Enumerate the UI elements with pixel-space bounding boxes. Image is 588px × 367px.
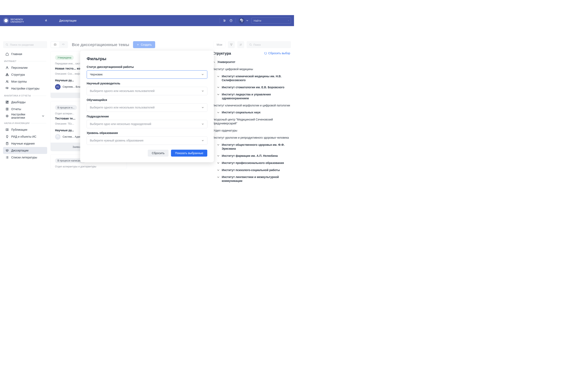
journal-icon bbox=[6, 142, 9, 145]
reset-icon bbox=[264, 52, 267, 55]
sidebar-item-label: Персоналии bbox=[11, 66, 27, 69]
tree-item[interactable]: Отдел ординатуры bbox=[212, 127, 291, 134]
sidebar-item-reports[interactable]: Отчеты bbox=[3, 106, 47, 113]
avatar bbox=[239, 18, 245, 24]
tree-item[interactable]: Ресурсный центр "Медицинский Сеченовский… bbox=[212, 116, 291, 127]
tree-item[interactable]: Институт лидерства и управления здравоох… bbox=[212, 91, 291, 102]
select-placeholder: Выберите одного или нескольких пользоват… bbox=[90, 106, 155, 109]
chevron-down-icon bbox=[217, 154, 220, 157]
sidebar-item-structure-settings[interactable]: Настройки структуры bbox=[3, 85, 47, 92]
tree-item[interactable]: Университет bbox=[212, 58, 291, 66]
status-badge: Утверждена bbox=[55, 55, 74, 60]
svg-point-12 bbox=[8, 81, 8, 81]
sidebar-item-bib[interactable]: Списки литературы bbox=[3, 154, 47, 161]
chevron-down-icon bbox=[201, 106, 204, 109]
sidebar-item-my-groups[interactable]: Мои группы bbox=[3, 78, 47, 85]
dept-select[interactable]: Выберите одно или несколько подразделени… bbox=[87, 120, 208, 128]
sidebar-item-structure[interactable]: Структура bbox=[3, 71, 47, 78]
tree-icon bbox=[6, 73, 9, 76]
filter-label-level: Уровень образования bbox=[87, 131, 208, 134]
chevron-down-icon bbox=[201, 123, 204, 125]
chevron-down-icon bbox=[217, 161, 220, 165]
tree-item[interactable]: Институт клинической медицины им. Н.В. С… bbox=[212, 73, 291, 84]
modal-title: Фильтры bbox=[87, 56, 208, 61]
filters-modal: Фильтры Статус диссертационной работы Че… bbox=[80, 50, 214, 162]
svg-rect-15 bbox=[7, 101, 8, 101]
pin-icon[interactable] bbox=[44, 19, 48, 22]
help-icon[interactable] bbox=[229, 19, 233, 22]
sidebar-item-label: Публикации bbox=[11, 128, 27, 131]
sidebar-item-label: Главная bbox=[11, 52, 22, 56]
reset-selection-link[interactable]: Сбросить выбор bbox=[264, 52, 290, 55]
sidebar-section-analytics: АНАЛИТИКА И ОТЧЕТЫ bbox=[3, 92, 47, 99]
chevron-down-icon bbox=[42, 114, 45, 118]
tree-item[interactable]: Институт профессионального образования bbox=[212, 159, 291, 166]
structure-tree: УниверситетИнститут цифровой медициныИнс… bbox=[212, 58, 291, 184]
tree-label: Ресурсный центр "Медицинский Сеченовский… bbox=[212, 118, 291, 125]
global-search-input[interactable] bbox=[254, 19, 287, 22]
student-select[interactable]: Выберите одного или нескольких пользоват… bbox=[87, 103, 208, 112]
apply-filters-button[interactable]: Показать выбранные bbox=[171, 150, 208, 157]
sidebar-item-label: Настройки структуры bbox=[11, 87, 39, 90]
lightbulb-icon bbox=[6, 135, 9, 138]
status-select[interactable]: Черновик bbox=[87, 70, 208, 79]
level-select[interactable]: Выберите нужный уровень образования bbox=[87, 136, 208, 145]
chevron-down-icon bbox=[201, 73, 204, 76]
tree-label: Институт лингвистики и межкультурной ком… bbox=[222, 175, 291, 183]
logo-mark-icon bbox=[3, 18, 9, 24]
filter-label-dept: Подразделение bbox=[87, 115, 208, 118]
sidebar-item-dashboards[interactable]: Дашборды bbox=[3, 99, 47, 106]
sidebar-item-analytics-settings[interactable]: Настройки аналитики bbox=[3, 113, 47, 119]
svg-point-2 bbox=[225, 20, 225, 21]
supervisor-select[interactable]: Выберите одного или нескольких пользоват… bbox=[87, 87, 208, 95]
chevron-down-icon bbox=[201, 90, 204, 92]
tree-item[interactable]: Институт фармации им. А.П. Нелюбина bbox=[212, 152, 291, 159]
tree-item[interactable]: Институт цифровой медицины bbox=[212, 66, 291, 73]
sidebar-item-dissertations[interactable]: Диссертации bbox=[3, 147, 47, 154]
chevron-down-icon bbox=[217, 75, 220, 78]
groups-icon bbox=[6, 80, 9, 83]
modal-overlay[interactable]: Фильтры Статус диссертационной работы Че… bbox=[0, 30, 294, 50]
sidebar-section-intranet: ИНТРАНЕТ bbox=[3, 58, 47, 64]
logo[interactable]: SECHENOV UNIVERSITY bbox=[3, 18, 24, 24]
chevron-down-icon bbox=[217, 93, 220, 96]
tree-label: Университет bbox=[217, 60, 235, 64]
sidebar-item-personas[interactable]: Персоналии bbox=[3, 64, 47, 71]
tree-item[interactable]: Институт урологии и репродуктивного здор… bbox=[212, 134, 291, 141]
sidebar-item-rid[interactable]: РИД и объекты ИС bbox=[3, 133, 47, 140]
sidebar-item-home[interactable]: Главная bbox=[3, 50, 47, 58]
graduation-cap-icon bbox=[6, 149, 9, 152]
tree-item[interactable]: Институт общественного здоровья им. Ф.Ф.… bbox=[212, 141, 291, 152]
tree-label: Институт клинической медицины им. Н.В. С… bbox=[222, 75, 291, 82]
tree-label: Институт стоматологии им. Е.В. Боровског… bbox=[222, 85, 285, 89]
tree-item[interactable]: Институт клинической морфологии и цифров… bbox=[212, 102, 291, 109]
tree-label: Институт фармации им. А.П. Нелюбина bbox=[222, 154, 278, 158]
user-menu[interactable] bbox=[239, 18, 249, 24]
tree-item[interactable]: Институт психолого-социальной работы bbox=[212, 166, 291, 174]
svg-point-13 bbox=[7, 88, 8, 89]
logo-text: SECHENOV UNIVERSITY bbox=[10, 18, 24, 23]
tree-item[interactable]: Институт лингвистики и межкультурной ком… bbox=[212, 174, 291, 184]
gear-icon bbox=[6, 114, 9, 118]
select-value: Черновик bbox=[90, 73, 103, 76]
book-icon bbox=[6, 108, 9, 111]
chevron-down-icon bbox=[217, 168, 220, 172]
chevron-down-icon bbox=[217, 143, 220, 147]
global-search[interactable] bbox=[251, 17, 291, 24]
chevron-down-icon bbox=[201, 139, 204, 142]
tree-label: Институт клинической морфологии и цифров… bbox=[212, 103, 290, 107]
tree-label: Институт лидерства и управления здравоох… bbox=[222, 92, 291, 100]
svg-rect-16 bbox=[7, 102, 8, 103]
tree-item[interactable]: Институт социальных наук bbox=[212, 109, 291, 116]
svg-rect-17 bbox=[6, 102, 7, 103]
settings-sliders-icon[interactable] bbox=[223, 19, 226, 22]
sidebar-item-journals[interactable]: Научные издания bbox=[3, 140, 47, 147]
svg-point-7 bbox=[7, 67, 8, 68]
sidebar-item-label: Научные издания bbox=[11, 142, 35, 145]
gear-icon bbox=[6, 87, 9, 90]
sidebar-item-label: Дашборды bbox=[11, 100, 26, 104]
reset-filters-button[interactable]: Сбросить bbox=[148, 150, 168, 157]
sidebar-item-publications[interactable]: Публикации bbox=[3, 126, 47, 133]
tree-item[interactable]: Институт стоматологии им. Е.В. Боровског… bbox=[212, 84, 291, 91]
structure-title: Структура bbox=[212, 51, 231, 55]
